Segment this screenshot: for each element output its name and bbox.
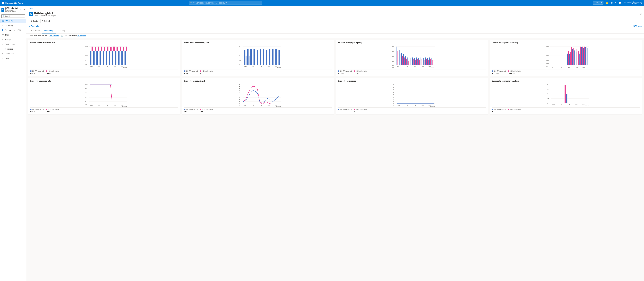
tab-mie-details-label: MIE details	[31, 30, 40, 32]
svg-rect-87	[399, 50, 400, 65]
overview-icon: ▦	[2, 20, 4, 22]
chevron-right-icon3: ›	[2, 48, 4, 50]
global-search[interactable]: 🔍	[189, 1, 262, 5]
sidebar-item-configuration[interactable]: › Configuration	[0, 42, 26, 47]
svg-rect-98	[410, 60, 411, 65]
svg-text:5 AM: 5 AM	[422, 66, 424, 67]
svg-rect-54	[250, 49, 252, 65]
svg-text:3 AM: 3 AM	[560, 104, 562, 105]
svg-text:4 AM: 4 AM	[260, 105, 262, 106]
legend-item-101: 101 RANInsights1 0	[338, 108, 352, 113]
charts-row-2: Connection success rate 100% 80% 60% 40%…	[26, 78, 644, 116]
essentials-toggle[interactable]: ∨ Essentials	[29, 25, 39, 27]
sidebar-item-access-control[interactable]: 👤 Access control (IAM)	[0, 28, 26, 33]
svg-rect-106	[419, 60, 420, 65]
tab-monitoring[interactable]: Monitoring	[42, 28, 56, 33]
tab-mie-details[interactable]: MIE details	[29, 28, 42, 33]
svg-text:20: 20	[393, 101, 394, 102]
svg-rect-95	[408, 57, 408, 65]
svg-text:200kb/s: 200kb/s	[546, 60, 549, 61]
notifications-icon[interactable]: 🔔	[606, 1, 608, 4]
settings-icon[interactable]: ⚙	[611, 1, 613, 4]
home-link[interactable]: Home	[29, 7, 33, 9]
chart-legend: 101 RANInsights1 0 102 RANInsights1 0	[338, 107, 486, 113]
sidebar-resource-header: 📡 RANInsights1 Radio Access Network Insi…	[0, 6, 26, 13]
sidebar-search-input[interactable]	[5, 15, 26, 17]
sidebar-item-activity-log[interactable]: ≡ Activity log	[0, 23, 26, 28]
svg-text:2 AM: 2 AM	[90, 66, 93, 67]
svg-rect-239	[566, 94, 568, 103]
svg-rect-86	[398, 51, 398, 65]
json-view-link[interactable]: JSON View	[633, 25, 642, 27]
svg-rect-107	[421, 57, 422, 65]
svg-text:2 AM: 2 AM	[244, 66, 246, 67]
svg-text:5 AM: 5 AM	[422, 105, 424, 106]
sidebar-item-monitoring[interactable]: › Monitoring	[0, 47, 26, 51]
svg-text:60: 60	[393, 91, 394, 93]
tab-geo-map[interactable]: Geo map	[56, 28, 68, 33]
svg-text:6 AM: 6 AM	[120, 66, 123, 67]
legend-item-102: 102 RANInsights1 580	[184, 108, 198, 113]
svg-rect-141	[567, 54, 568, 65]
sidebar-item-overview[interactable]: ▦ Overview	[0, 18, 26, 23]
svg-rect-116	[430, 59, 431, 65]
svg-rect-144	[570, 52, 571, 65]
svg-rect-136	[551, 65, 552, 65]
sidebar-item-help[interactable]: › Help	[0, 56, 26, 61]
delete-button[interactable]: 🗑 Delete	[29, 19, 39, 23]
feedback-icon[interactable]: 💬	[619, 1, 622, 4]
svg-rect-157	[584, 47, 585, 65]
legend-item-102: 102 RANInsights1 100 %	[30, 108, 44, 113]
page-resource-icon: 📡	[29, 12, 33, 16]
chart-area: 100% 80% 60% 40% 20% 0%	[30, 83, 178, 107]
close-icon[interactable]: ✕	[640, 13, 642, 15]
plot-interval-link[interactable]: 15 minutes	[78, 35, 86, 37]
sidebar-item-label: Configuration	[5, 43, 15, 45]
legend-item-101: 101 RANInsights1 294	[200, 108, 214, 113]
svg-text:100kb/s: 100kb/s	[546, 63, 549, 64]
chart-svg: 100% 80% 60% 40% 20% 0%	[30, 83, 178, 107]
chart-title: Receive throughput (downlink)	[492, 42, 640, 44]
time-range-link[interactable]: Last 6 hours	[49, 35, 59, 37]
page-title-group: RANInsights1 Radio Access Network Insigh…	[34, 11, 56, 17]
sidebar-item-tags[interactable]: 🏷 Tags	[0, 33, 26, 37]
user-info[interactable]: chrisqpublic@contoso.c... CONTOSO, LTD.	[624, 1, 642, 5]
refresh-button[interactable]: ↻ Refresh	[40, 19, 52, 23]
svg-text:UTC-07:00: UTC-07:00	[122, 106, 127, 107]
svg-rect-112	[426, 59, 427, 65]
delete-icon: 🗑	[30, 20, 32, 22]
favorite-icon[interactable]: ☆	[20, 9, 22, 11]
sidebar-item-automation[interactable]: › Automation	[0, 51, 26, 56]
refresh-label: Refresh	[44, 20, 50, 22]
legend-color-101	[492, 109, 494, 110]
svg-rect-108	[422, 59, 422, 65]
sidebar-search[interactable]: 🔍 ✕ 📌	[0, 13, 26, 18]
sidebar-item-settings[interactable]: › Settings	[0, 37, 26, 42]
svg-text:3 AM: 3 AM	[252, 105, 254, 106]
svg-rect-22	[109, 51, 110, 65]
legend-color-102	[508, 109, 509, 110]
chart-svg: 2 1.50 1 0.50 0 2 AM	[492, 83, 640, 107]
more-icon[interactable]: •••	[23, 9, 25, 11]
chart-title: Successful connection handovers	[492, 80, 640, 82]
global-search-input[interactable]	[189, 1, 262, 5]
svg-rect-15	[98, 47, 99, 51]
svg-rect-143	[569, 54, 570, 65]
help-icon[interactable]: ?	[615, 2, 616, 4]
legend-color-102	[354, 109, 355, 110]
sidebar-item-label: Overview	[6, 20, 13, 22]
svg-text:2 AM: 2 AM	[551, 67, 553, 68]
sidebar-search-box[interactable]: 🔍 ✕ 📌	[2, 14, 25, 18]
svg-rect-117	[432, 58, 432, 65]
svg-rect-101	[414, 58, 415, 65]
chart-title: Connections established	[184, 80, 332, 82]
sidebar-nav: ▦ Overview ≡ Activity log 👤 Access contr…	[0, 18, 26, 281]
svg-rect-19	[104, 47, 106, 51]
svg-rect-155	[582, 47, 583, 65]
svg-rect-18	[102, 51, 104, 65]
chart-area: 2 1.50 1 0.50 0	[184, 45, 332, 68]
svg-text:400kb/s: 400kb/s	[546, 50, 549, 51]
app-layout: 📡 RANInsights1 Radio Access Network Insi…	[0, 6, 644, 281]
resource-info: RANInsights1 Radio Access Network Insigh…	[6, 7, 19, 12]
copilot-button[interactable]: ✦ Copilot	[593, 1, 604, 4]
